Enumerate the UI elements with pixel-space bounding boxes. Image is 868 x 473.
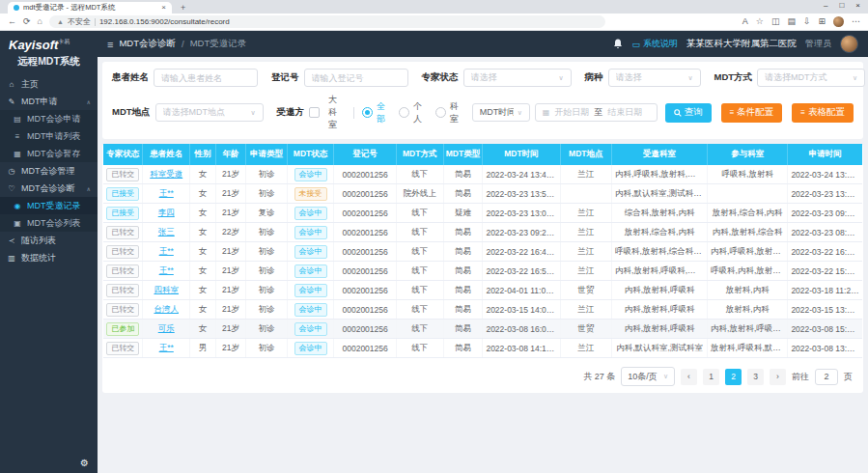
cell-mdt_type: 简易	[443, 223, 483, 242]
condition-config-button[interactable]: ≡ 条件配置	[721, 103, 783, 123]
register-no-input[interactable]	[304, 69, 408, 87]
cell-expert_status: 已接受	[103, 184, 143, 204]
downloads-icon[interactable]: ⇩	[803, 17, 811, 26]
table-row[interactable]: 已转交四科室女21岁初诊会诊中0002001256线下简易2022-04-01 …	[103, 281, 862, 300]
patient-name-link[interactable]: 科室受邀	[150, 169, 182, 179]
nav-home-icon[interactable]: ⌂	[38, 17, 42, 26]
extensions-icon[interactable]: ⊞	[818, 17, 826, 26]
sidebar-item[interactable]: ▣MDT会诊列表	[0, 214, 98, 232]
mdt-mode-select[interactable]: 请选择MDT方式 ∨	[757, 69, 865, 87]
table-row[interactable]: 已转交王**女21岁初诊会诊中0002001256线下简易2022-03-22 …	[103, 242, 862, 262]
cell-patient: 台湾人	[143, 300, 190, 320]
logo-text: Kayisoft	[9, 38, 58, 52]
invitee-radio-personal[interactable]: 个人	[399, 100, 425, 125]
search-button[interactable]: 查询	[665, 103, 712, 123]
new-tab-button[interactable]: +	[181, 3, 185, 13]
search-button-label: 查询	[685, 106, 703, 119]
system-help-link[interactable]: ▭ 系统说明	[631, 38, 678, 50]
browser-tab[interactable]: mdt受邀记录 - 远程MDT系统 ×	[8, 2, 172, 14]
patient-name-link[interactable]: 四科室	[154, 285, 179, 294]
sidebar-item[interactable]: ◷MDT会诊管理	[0, 162, 98, 180]
browser-profile-avatar[interactable]	[833, 16, 844, 27]
patient-name-link[interactable]: 王**	[159, 265, 174, 275]
sidebar-item[interactable]: ≡MDT申请列表	[0, 127, 98, 145]
table-row[interactable]: 已接受李四女21岁复诊会诊中0002001256线下疑难2022-03-23 1…	[103, 204, 862, 223]
read-aloud-icon[interactable]: A	[742, 17, 748, 26]
table-row[interactable]: 已转交王**男21岁初诊会诊中0002001256线下简易2022-03-08 …	[103, 339, 862, 358]
user-avatar[interactable]	[840, 35, 858, 53]
table-row[interactable]: 已接受王**女21岁初诊未接受0002001256院外线上简易2022-03-2…	[103, 184, 862, 204]
back-icon[interactable]: ←	[8, 17, 16, 26]
cell-mdt_status: 会诊中	[287, 300, 334, 320]
prev-page-button[interactable]: ‹	[681, 369, 697, 385]
sidebar-item-label: MDT申请列表	[27, 130, 81, 143]
favorite-icon[interactable]: ☆	[756, 17, 764, 26]
table-row[interactable]: 已转交台湾人女21岁初诊会诊中0002001256线下简易2022-03-15 …	[103, 300, 862, 320]
cell-mdt_mode: 线下	[396, 281, 443, 300]
mdt-place-select[interactable]: 请选择MDT地点 ∨	[155, 103, 264, 122]
menu-collapse-icon[interactable]: ≡	[107, 39, 113, 50]
sidebar-item[interactable]: ✎MDT申请∧	[0, 93, 98, 110]
close-icon[interactable]: ×	[855, 1, 860, 10]
column-header: 受邀科室	[612, 144, 708, 165]
time-type-select[interactable]: MDT时间 ∨	[472, 103, 530, 122]
split-icon[interactable]: ◫	[771, 17, 780, 26]
invitee-radio-all[interactable]: 全部	[362, 100, 388, 125]
cell-age: 22岁	[215, 223, 245, 242]
more-icon[interactable]: ⋯	[852, 17, 860, 26]
column-header: MDT地点	[560, 144, 611, 165]
patient-name-link[interactable]: 王**	[159, 343, 174, 352]
page-size-select[interactable]: 10条/页 ∨	[621, 367, 675, 386]
tab-close-icon[interactable]: ×	[161, 4, 166, 12]
sidebar-item[interactable]: ≺随访列表	[0, 232, 98, 249]
patient-name-input[interactable]	[154, 69, 258, 87]
goto-page-input[interactable]	[815, 369, 838, 385]
sidebar-item[interactable]: ⌂主页	[0, 75, 98, 93]
table-config-button[interactable]: ≡ 表格配置	[792, 103, 854, 123]
status-badge: 会诊中	[294, 226, 327, 239]
patient-name-link[interactable]: 李四	[158, 208, 175, 217]
maximize-icon[interactable]: □	[839, 1, 844, 10]
sidebar-item[interactable]: ▦MDT会诊暂存	[0, 145, 98, 162]
cell-mdt_status: 会诊中	[287, 242, 334, 262]
sidebar-item[interactable]: ◉MDT受邀记录	[0, 197, 98, 214]
patient-name-link[interactable]: 王**	[159, 246, 174, 256]
settings-gear-icon[interactable]: ⚙	[80, 458, 89, 468]
page-button[interactable]: 3	[747, 369, 764, 385]
table-row[interactable]: 已转交科室受邀女21岁初诊会诊中0002001256线下简易2022-03-24…	[103, 165, 862, 184]
browser-window: mdt受邀记录 - 远程MDT系统 × + – □ × ← ⟳ ⌂ ▲ 不安全 …	[0, 0, 868, 473]
cell-join_depts: 放射科,内科	[708, 300, 788, 320]
patient-name-link[interactable]: 张三	[158, 227, 175, 236]
patient-name-link[interactable]: 王**	[159, 188, 174, 198]
minimize-icon[interactable]: –	[824, 1, 827, 10]
cell-apply_type: 复诊	[246, 204, 287, 223]
sidebar-item[interactable]: ▥数据统计	[0, 249, 98, 266]
disease-select[interactable]: 请选择 ∨	[608, 69, 701, 87]
url-field[interactable]: ▲ 不安全 192.168.0.156:9002/consultate/reco…	[49, 15, 605, 28]
collections-icon[interactable]: ▤	[787, 17, 796, 26]
status-badge: 已转交	[106, 342, 139, 355]
cell-mdt_time: 2022-03-23 09:20:00	[483, 223, 560, 242]
status-badge: 会诊中	[294, 168, 327, 181]
table-row[interactable]: 已转交张三女22岁初诊会诊中0002001256线下简易2022-03-23 0…	[103, 223, 862, 242]
patient-name-link[interactable]: 可乐	[158, 323, 175, 333]
invitee-radio-dept[interactable]: 科室	[435, 100, 462, 125]
refresh-icon[interactable]: ⟳	[23, 17, 31, 26]
table-row[interactable]: 已转交王**女21岁初诊会诊中0002001256线下简易2022-03-22 …	[103, 262, 862, 281]
page-button[interactable]: 1	[703, 369, 719, 385]
expert-status-select[interactable]: 请选择 ∨	[463, 69, 572, 87]
patient-name-link[interactable]: 台湾人	[154, 304, 179, 314]
next-page-button[interactable]: ›	[770, 369, 786, 385]
sidebar-item[interactable]: ▤MDT会诊申请	[0, 110, 98, 127]
logo-suffix: 卡易	[58, 39, 70, 44]
big-dept-checkbox[interactable]	[309, 107, 320, 118]
bell-icon[interactable]	[613, 39, 623, 49]
sidebar-item[interactable]: ♡MDT会诊诊断∧	[0, 180, 98, 197]
cell-age: 21岁	[215, 165, 245, 184]
column-header: MDT时间	[483, 144, 560, 165]
date-range-picker[interactable]: ▦ 开始日期 至 结束日期	[535, 103, 658, 122]
status-badge: 会诊中	[294, 342, 327, 355]
table-row[interactable]: 已参加可乐女21岁初诊会诊中0002001256线下简易2022-03-08 1…	[103, 320, 862, 339]
page-button[interactable]: 2	[725, 369, 742, 385]
cell-apply_time: 2022-03-23 09:35:39	[788, 204, 862, 223]
